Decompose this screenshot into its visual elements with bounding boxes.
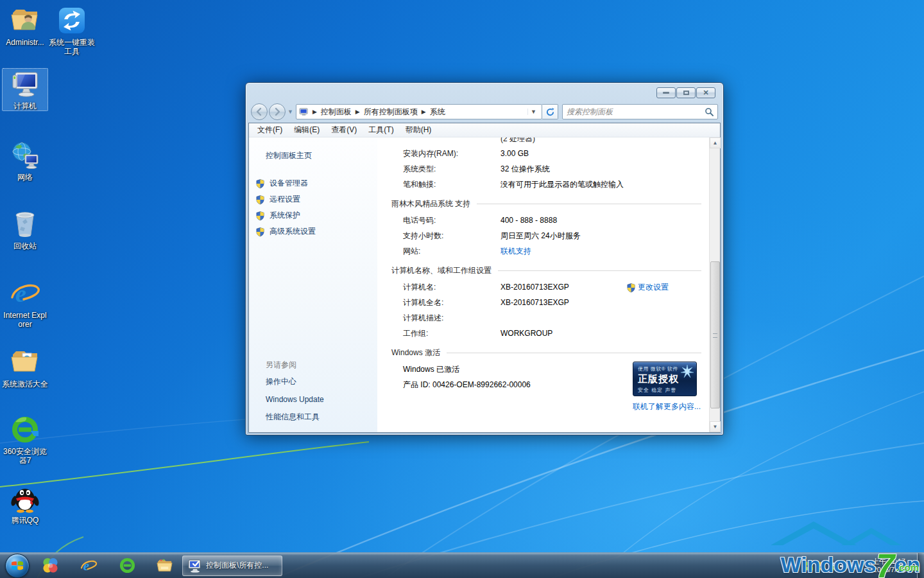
menu-edit[interactable]: 编辑(E) bbox=[288, 123, 325, 137]
address-bar[interactable]: ▶ 控制面板 ▶ 所有控制面板项 ▶ 系统 ▼ bbox=[296, 104, 542, 119]
desktop-icon-administrator[interactable]: Administr... bbox=[2, 5, 48, 47]
change-settings-link[interactable]: 更改设置 bbox=[638, 282, 669, 293]
documents-folder-icon bbox=[10, 347, 40, 378]
vertical-scrollbar[interactable]: ▲ ▼ bbox=[709, 137, 720, 432]
change-settings[interactable]: 更改设置 bbox=[626, 282, 669, 293]
refresh-icon bbox=[545, 107, 555, 117]
search-input[interactable] bbox=[567, 107, 705, 116]
menu-file[interactable]: 文件(F) bbox=[252, 123, 288, 137]
back-icon bbox=[255, 107, 264, 116]
desktop-icon-activation-folder[interactable]: 系统激活大全 bbox=[2, 347, 48, 389]
sidebar-item-remote-settings[interactable]: 远程设置 bbox=[249, 191, 377, 207]
menu-tools[interactable]: 工具(T) bbox=[363, 123, 399, 137]
online-support-link[interactable]: 联机支持 bbox=[501, 246, 531, 257]
sidebar-item-system-protection[interactable]: 系统保护 bbox=[249, 207, 377, 223]
minimize-button[interactable] bbox=[656, 87, 676, 98]
window-titlebar[interactable]: ✕ bbox=[248, 83, 721, 101]
scroll-down-arrow[interactable]: ▼ bbox=[710, 421, 721, 432]
start-button[interactable] bbox=[5, 554, 30, 578]
sidebar-item-performance-tools[interactable]: 性能信息和工具 bbox=[249, 412, 377, 430]
system-tray: ▲ 上午 11:17 2016/7/13 bbox=[789, 553, 924, 578]
sidebar-item-label: 高级系统设置 bbox=[270, 226, 316, 237]
sidebar-control-panel-home[interactable]: 控制面板主页 bbox=[266, 150, 377, 161]
desktop: Administr... 系统一键重装工具 计算机 bbox=[0, 0, 924, 578]
pinwheel-app-icon bbox=[42, 557, 59, 574]
uac-shield-icon bbox=[255, 195, 265, 205]
tray-action-center-flag-icon[interactable] bbox=[826, 553, 837, 578]
network-icon bbox=[10, 140, 40, 171]
support-row-website: 网站: 联机支持 bbox=[377, 243, 709, 259]
spec-row-system-type: 系统类型: 32 位操作系统 bbox=[377, 161, 709, 177]
roof-logo-icon bbox=[767, 516, 902, 546]
breadcrumb-system[interactable]: 系统 bbox=[427, 105, 448, 119]
desktop-icon-label: 网络 bbox=[17, 173, 33, 182]
scroll-up-arrow[interactable]: ▲ bbox=[710, 137, 721, 148]
refresh-button[interactable] bbox=[542, 104, 558, 119]
genuine-software-badge[interactable]: 使用 微软® 软件 正版授权 安全 稳定 声誉 bbox=[633, 362, 697, 396]
tray-green-grid-icon[interactable] bbox=[803, 553, 814, 578]
breadcrumb-all-items[interactable]: 所有控制面板项 bbox=[361, 105, 420, 119]
sidebar-item-windows-update[interactable]: Windows Update bbox=[249, 395, 377, 412]
svg-text:e: e bbox=[83, 558, 89, 574]
recent-pages-dropdown[interactable]: ▼ bbox=[287, 109, 293, 115]
desktop-icon-computer[interactable]: 计算机 bbox=[2, 68, 48, 111]
forward-icon bbox=[273, 107, 282, 116]
learn-more-online-link[interactable]: 联机了解更多内容... bbox=[633, 401, 701, 412]
desktop-icon-recycle-bin[interactable]: 回收站 bbox=[2, 209, 48, 250]
desktop-icon-label: 计算机 bbox=[13, 101, 37, 110]
task-button-label: 控制面板\所有控... bbox=[206, 560, 268, 571]
section-computer-name: 计算机名称、域和工作组设置 bbox=[391, 265, 701, 276]
sidebar-item-label: 远程设置 bbox=[270, 194, 300, 205]
desktop-icon-360-browser[interactable]: 360安全浏览器7 bbox=[2, 414, 48, 465]
computer-row-workgroup: 工作组: WORKGROUP bbox=[377, 326, 709, 341]
taskbar-icon-pinwheel-app[interactable] bbox=[37, 553, 63, 578]
recycle-bin-icon bbox=[10, 209, 40, 240]
taskbar-icon-internet-explorer[interactable]: e bbox=[76, 553, 101, 578]
menu-view[interactable]: 查看(V) bbox=[325, 123, 363, 137]
taskbar-icon-360-browser[interactable] bbox=[114, 553, 140, 578]
forward-button[interactable] bbox=[269, 103, 286, 120]
close-icon: ✕ bbox=[703, 89, 708, 97]
start-orb-icon bbox=[11, 559, 24, 572]
desktop-icon-qq[interactable]: 腾讯QQ bbox=[2, 483, 48, 525]
taskbar-task-control-panel[interactable]: 控制面板\所有控... bbox=[182, 556, 282, 576]
see-also-header: 另请参阅 bbox=[249, 360, 377, 376]
desktop-icon-label: 360安全浏览器7 bbox=[2, 447, 48, 465]
desktop-icon-internet-explorer[interactable]: e Internet Explorer bbox=[2, 278, 48, 329]
sidebar-item-action-center[interactable]: 操作中心 bbox=[249, 376, 377, 395]
breadcrumb-arrow-icon: ▶ bbox=[420, 109, 427, 115]
taskbar-icon-explorer[interactable] bbox=[151, 553, 177, 578]
address-dropdown-icon[interactable]: ▼ bbox=[527, 109, 539, 115]
tray-volume-icon[interactable] bbox=[837, 553, 849, 578]
breadcrumb-arrow-icon: ▶ bbox=[354, 109, 361, 115]
uac-shield-icon bbox=[626, 283, 636, 293]
tray-network-icon[interactable] bbox=[849, 553, 860, 578]
360-browser-icon bbox=[119, 557, 136, 574]
hidden-icons-up-arrow[interactable]: ▲ bbox=[789, 561, 800, 572]
spec-row-ram: 安装内存(RAM): 3.00 GB bbox=[377, 146, 709, 161]
desktop-icon-network[interactable]: 网络 bbox=[2, 140, 48, 182]
explorer-folder-icon bbox=[156, 557, 173, 574]
maximize-button[interactable] bbox=[676, 87, 696, 98]
desktop-icon-label: Internet Explorer bbox=[2, 311, 48, 329]
search-box[interactable] bbox=[562, 104, 718, 119]
back-button[interactable] bbox=[251, 103, 268, 120]
minimize-icon bbox=[663, 92, 669, 94]
close-button[interactable]: ✕ bbox=[696, 87, 715, 98]
tray-shield-icon[interactable] bbox=[814, 553, 826, 578]
sidebar-item-device-manager[interactable]: 设备管理器 bbox=[249, 175, 377, 191]
sidebar: 控制面板主页 设备管理器 bbox=[249, 137, 377, 432]
computer-icon bbox=[10, 69, 40, 100]
menu-help[interactable]: 帮助(H) bbox=[400, 123, 438, 137]
show-desktop-button[interactable] bbox=[917, 553, 924, 578]
taskbar: e bbox=[0, 552, 924, 578]
tray-clock[interactable]: 上午 11:17 2016/7/13 bbox=[862, 557, 916, 574]
desktop-icon-reinstall-tool[interactable]: 系统一键重装工具 bbox=[49, 5, 95, 56]
internet-explorer-icon: e bbox=[10, 278, 40, 309]
desktop-icon-label: 系统一键重装工具 bbox=[49, 38, 95, 56]
computer-row-fullname: 计算机全名: XB-20160713EXGP bbox=[377, 295, 709, 310]
section-activation: Windows 激活 bbox=[391, 347, 701, 358]
breadcrumb-control-panel[interactable]: 控制面板 bbox=[318, 105, 354, 119]
scrollbar-thumb[interactable] bbox=[710, 261, 720, 409]
sidebar-item-advanced-settings[interactable]: 高级系统设置 bbox=[249, 223, 377, 240]
